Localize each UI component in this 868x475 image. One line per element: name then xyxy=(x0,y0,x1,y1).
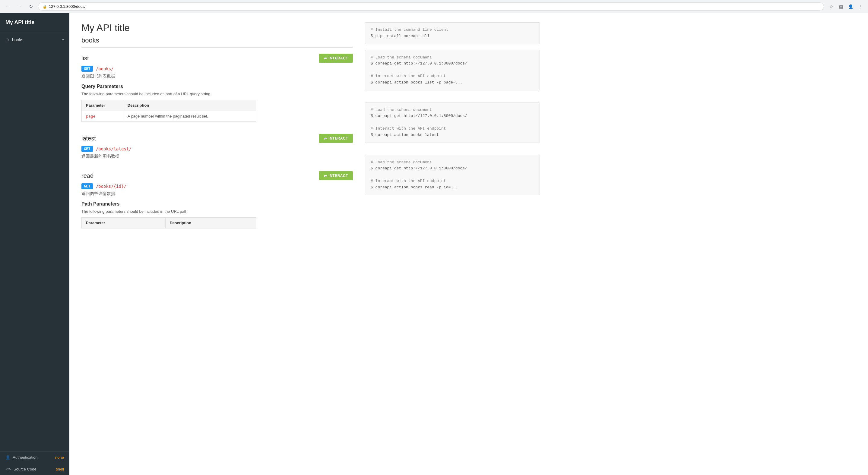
source-code-badge: shell xyxy=(56,467,64,471)
auth-person-icon: 👤 xyxy=(5,455,10,460)
read-param-col-header: Parameter xyxy=(82,217,165,229)
install-code-comment: # Install the command line client xyxy=(371,27,448,32)
sidebar-item-books[interactable]: ⊙ books ▾ xyxy=(0,34,69,45)
list-code-cmd2: $ coreapi action books list -p page=... xyxy=(371,80,462,85)
interact-icon-list: ⇌ xyxy=(323,56,327,60)
list-query-params-title: Query Parameters xyxy=(82,84,353,89)
endpoint-read-header: read ⇌ INTERACT xyxy=(82,171,353,180)
list-method-badge: GET xyxy=(82,66,93,72)
endpoint-latest-title: latest xyxy=(82,135,96,142)
read-code-block: # Load the schema document $ coreapi get… xyxy=(365,155,540,195)
read-interact-label: INTERACT xyxy=(329,174,348,178)
endpoint-latest-route: GET /books/latest/ xyxy=(82,146,353,152)
profile-button[interactable]: 👤 xyxy=(846,2,855,11)
read-description: 返回图书详情数据 xyxy=(82,191,353,197)
read-params-table: Parameter Description xyxy=(82,217,256,229)
endpoint-read-title: read xyxy=(82,172,93,179)
interact-icon-read: ⇌ xyxy=(323,174,327,178)
books-circle-icon: ⊙ xyxy=(5,37,9,42)
content-left: My API title books list ⇌ INTERACT GET / xyxy=(82,22,353,466)
latest-code-comment1: # Load the schema document xyxy=(371,108,432,112)
books-chevron-icon: ▾ xyxy=(62,38,64,42)
list-code-wrapper: # Load the schema document $ coreapi get… xyxy=(365,50,540,91)
endpoint-list-title: list xyxy=(82,55,89,62)
endpoint-list: list ⇌ INTERACT GET /books/ 返回图书列表数据 Que… xyxy=(82,54,353,122)
sidebar-item-source-code[interactable]: </> Source Code shell xyxy=(0,463,69,475)
url-text: 127.0.0.1:8000/docs/ xyxy=(49,4,85,9)
sidebar-nav: ⊙ books ▾ xyxy=(0,32,69,451)
install-code-block: # Install the command line client $ pip … xyxy=(365,22,540,44)
list-param-row-page: page A page number within the paginated … xyxy=(82,111,256,122)
read-path-params-title: Path Parameters xyxy=(82,201,353,207)
reload-button[interactable]: ↻ xyxy=(27,2,35,11)
latest-code-wrapper: # Load the schema document $ coreapi get… xyxy=(365,102,540,143)
read-code-cmd2: $ coreapi action books read -p id=... xyxy=(371,185,458,190)
sidebar-item-books-label: books xyxy=(12,37,23,42)
sidebar: My API title ⊙ books ▾ 👤 Authentication … xyxy=(0,13,69,475)
list-code-comment2: # Interact with the API endpoint xyxy=(371,74,446,78)
source-code-label: Source Code xyxy=(13,467,36,471)
list-desc-col-header: Description xyxy=(123,100,256,111)
list-params-table: Parameter Description page A page number… xyxy=(82,100,256,122)
endpoint-list-route: GET /books/ xyxy=(82,66,353,72)
books-section-title: books xyxy=(82,36,353,47)
read-code-cmd1: $ coreapi get http://127.0.0.1:8000/docs… xyxy=(371,166,467,171)
list-description: 返回图书列表数据 xyxy=(82,73,353,79)
list-code-cmd1: $ coreapi get http://127.0.0.1:8000/docs… xyxy=(371,61,467,66)
list-route-path: /books/ xyxy=(96,66,114,71)
endpoint-latest: latest ⇌ INTERACT GET /books/latest/ 返回最… xyxy=(82,134,353,159)
read-code-wrapper: # Load the schema document $ coreapi get… xyxy=(365,155,540,195)
endpoint-read: read ⇌ INTERACT GET /books/{id}/ 返回图书详情数… xyxy=(82,171,353,229)
read-interact-button[interactable]: ⇌ INTERACT xyxy=(319,171,353,180)
read-route-path: /books/{id}/ xyxy=(96,184,126,189)
read-method-badge: GET xyxy=(82,183,93,189)
forward-button[interactable]: → xyxy=(15,2,24,11)
endpoint-read-route: GET /books/{id}/ xyxy=(82,183,353,189)
list-interact-button[interactable]: ⇌ INTERACT xyxy=(319,54,353,63)
address-bar[interactable]: 🔒 127.0.0.1:8000/docs/ xyxy=(38,2,824,10)
auth-label: Authentication xyxy=(13,455,37,460)
latest-interact-button[interactable]: ⇌ INTERACT xyxy=(319,134,353,143)
content-right: # Install the command line client $ pip … xyxy=(365,22,540,466)
list-param-name: page xyxy=(82,111,123,122)
browser-actions: ☆ ▦ 👤 ⋮ xyxy=(827,2,864,11)
read-path-params-desc: The following parameters should be inclu… xyxy=(82,209,353,214)
endpoint-latest-header: latest ⇌ INTERACT xyxy=(82,134,353,143)
read-code-comment2: # Interact with the API endpoint xyxy=(371,179,446,183)
list-param-desc: A page number within the paginated resul… xyxy=(123,111,256,122)
qr-button[interactable]: ▦ xyxy=(837,2,845,11)
latest-route-path: /books/latest/ xyxy=(96,146,131,151)
latest-code-comment2: # Interact with the API endpoint xyxy=(371,126,446,131)
source-code-icon: </> xyxy=(5,467,11,471)
list-code-block: # Load the schema document $ coreapi get… xyxy=(365,50,540,91)
sidebar-item-authentication[interactable]: 👤 Authentication none xyxy=(0,451,69,463)
list-code-comment1: # Load the schema document xyxy=(371,55,432,60)
sidebar-item-books-left: ⊙ books xyxy=(5,37,23,42)
sidebar-footer: 👤 Authentication none </> Source Code sh… xyxy=(0,451,69,475)
lock-icon: 🔒 xyxy=(42,4,47,9)
list-interact-label: INTERACT xyxy=(329,56,348,60)
endpoint-list-header: list ⇌ INTERACT xyxy=(82,54,353,63)
bookmark-button[interactable]: ☆ xyxy=(827,2,835,11)
read-desc-col-header: Description xyxy=(165,217,256,229)
install-code-command: $ pip install coreapi-cli xyxy=(371,34,430,38)
read-code-comment1: # Load the schema document xyxy=(371,160,432,165)
latest-method-badge: GET xyxy=(82,146,93,152)
page-title: My API title xyxy=(82,22,353,33)
menu-button[interactable]: ⋮ xyxy=(856,2,864,11)
list-param-col-header: Parameter xyxy=(82,100,123,111)
sidebar-title: My API title xyxy=(0,13,69,32)
list-query-params-desc: The following parameters should be inclu… xyxy=(82,92,353,96)
latest-code-block: # Load the schema document $ coreapi get… xyxy=(365,102,540,143)
back-button[interactable]: ← xyxy=(4,2,12,11)
app-layout: My API title ⊙ books ▾ 👤 Authentication … xyxy=(0,13,868,475)
sidebar-source-left: </> Source Code xyxy=(5,467,36,471)
auth-badge: none xyxy=(55,455,64,460)
main-content: My API title books list ⇌ INTERACT GET / xyxy=(69,13,868,475)
latest-code-cmd2: $ coreapi action books latest xyxy=(371,133,439,137)
sidebar-auth-left: 👤 Authentication xyxy=(5,455,37,460)
browser-chrome: ← → ↻ 🔒 127.0.0.1:8000/docs/ ☆ ▦ 👤 ⋮ xyxy=(0,0,868,13)
interact-icon-latest: ⇌ xyxy=(323,136,327,140)
latest-code-cmd1: $ coreapi get http://127.0.0.1:8000/docs… xyxy=(371,114,467,118)
latest-description: 返回最新的图书数据 xyxy=(82,154,353,159)
